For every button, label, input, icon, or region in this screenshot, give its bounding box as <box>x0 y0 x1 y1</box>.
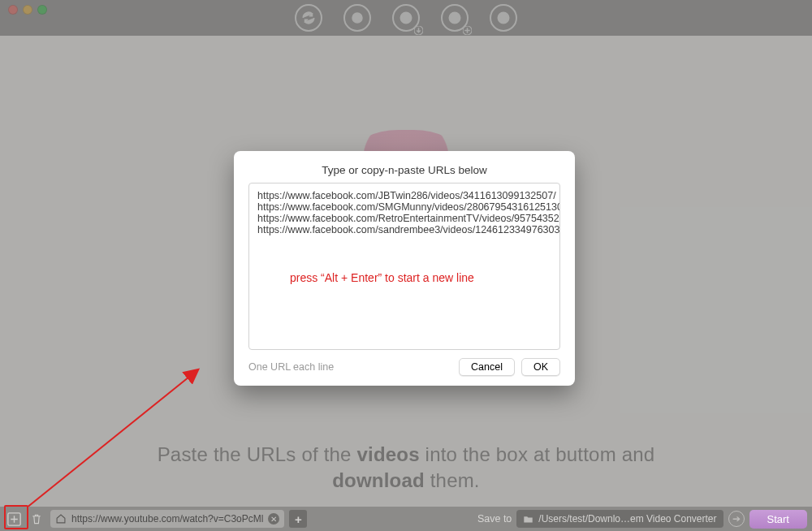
save-to-label: Save to <box>477 513 512 525</box>
alt-enter-hint: press “Alt + Enter” to start a new line <box>290 271 474 284</box>
url-line-1: https://www.facebook.com/JBTwin286/video… <box>257 190 556 201</box>
add-url-button[interactable] <box>5 510 23 528</box>
save-path-text: /Users/test/Downlo…em Video Converter <box>538 513 716 525</box>
cancel-button[interactable]: Cancel <box>459 358 515 376</box>
bottom-bar: https://www.youtube.com/watch?v=C3oPcMl … <box>0 507 812 531</box>
dialog-footer: One URL each line Cancel OK <box>248 358 560 376</box>
url-textarea[interactable]: https://www.facebook.com/JBTwin286/video… <box>248 183 560 350</box>
trash-button[interactable] <box>28 510 45 528</box>
folder-icon <box>523 514 533 525</box>
url-line-4: https://www.facebook.com/sandrembee3/vid… <box>257 224 560 235</box>
go-arrow-icon[interactable]: ➔ <box>728 511 745 527</box>
url-line-2: https://www.facebook.com/SMGMunny/videos… <box>257 201 560 213</box>
dialog-title: Type or copy-n-paste URLs below <box>248 162 560 183</box>
ok-button[interactable]: OK <box>521 358 560 376</box>
clear-url-icon[interactable]: ✕ <box>268 513 279 525</box>
home-icon[interactable] <box>55 513 67 525</box>
paste-urls-dialog: Type or copy-n-paste URLs below https://… <box>234 151 575 386</box>
url-input-bar[interactable]: https://www.youtube.com/watch?v=C3oPcMl … <box>50 510 284 528</box>
url-line-3: https://www.facebook.com/RetroEntertainm… <box>257 213 560 224</box>
save-path-display[interactable]: /Users/test/Downlo…em Video Converter <box>516 510 723 528</box>
one-url-hint: One URL each line <box>248 361 334 373</box>
add-to-list-button[interactable]: + <box>289 510 307 528</box>
url-input-value: https://www.youtube.com/watch?v=C3oPcMl <box>71 513 263 525</box>
start-button[interactable]: Start <box>749 510 807 529</box>
